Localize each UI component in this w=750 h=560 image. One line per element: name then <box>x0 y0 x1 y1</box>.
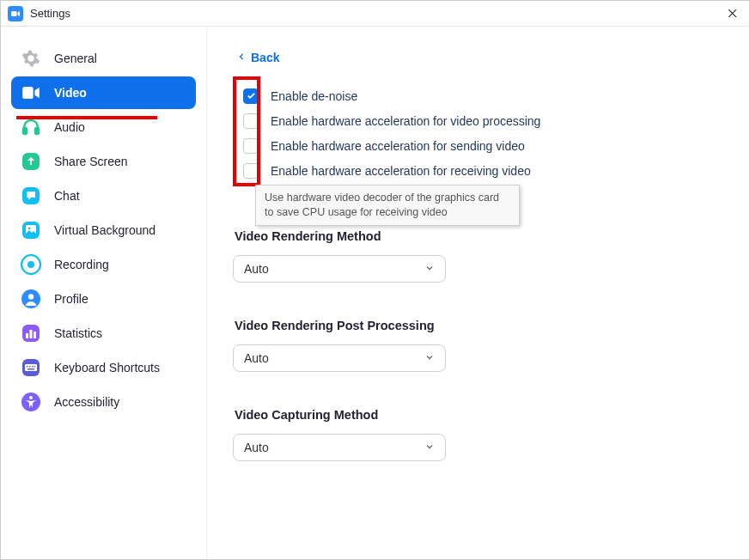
chevron-down-icon <box>424 262 435 276</box>
svg-rect-18 <box>25 364 37 371</box>
speech-icon <box>20 185 42 207</box>
sidebar-item-label: Share Screen <box>54 155 128 168</box>
sidebar-item-video[interactable]: Video <box>11 76 196 109</box>
sidebar-item-keyboard-shortcuts[interactable]: Keyboard Shortcuts <box>11 351 196 384</box>
image-icon <box>20 219 42 241</box>
titlebar: Settings <box>1 1 749 27</box>
back-label: Back <box>251 51 279 64</box>
option-label: Enable hardware acceleration for sending… <box>271 139 525 153</box>
svg-point-25 <box>29 396 33 399</box>
sidebar-item-statistics[interactable]: Statistics <box>11 317 196 350</box>
select-video-capturing-method[interactable]: Auto <box>233 434 446 461</box>
sidebar-item-recording[interactable]: Recording <box>11 248 196 281</box>
sidebar-item-label: Chat <box>54 189 80 203</box>
keyboard-icon <box>20 356 42 379</box>
sidebar: GeneralVideoAudioShare ScreenChatVirtual… <box>1 27 207 560</box>
close-button[interactable] <box>722 3 742 24</box>
tooltip: Use hardware video decoder of the graphi… <box>255 185 520 226</box>
sidebar-item-accessibility[interactable]: Accessibility <box>11 386 196 418</box>
svg-rect-14 <box>26 333 28 338</box>
svg-rect-23 <box>27 368 34 370</box>
sidebar-item-share-screen[interactable]: Share Screen <box>11 145 196 178</box>
sidebar-item-label: Keyboard Shortcuts <box>54 361 160 374</box>
advanced-options: Enable de-noiseEnable hardware accelerat… <box>233 83 749 183</box>
select-video-rendering-post-processing[interactable]: Auto <box>233 344 446 372</box>
option-label: Enable hardware acceleration for receivi… <box>271 164 531 178</box>
option-row: Enable de-noise <box>233 83 749 108</box>
section-title: Video Rendering Method <box>235 229 749 243</box>
sidebar-item-label: General <box>54 52 97 65</box>
option-label: Enable de-noise <box>271 89 357 103</box>
video-icon <box>20 82 42 104</box>
svg-rect-16 <box>34 332 36 338</box>
sidebar-item-label: Profile <box>54 292 88 306</box>
sidebar-item-label: Audio <box>54 120 85 134</box>
tooltip-text: Use hardware video decoder of the graphi… <box>265 192 499 218</box>
section-title: Video Capturing Method <box>235 408 749 422</box>
svg-rect-0 <box>11 11 17 16</box>
option-label: Enable hardware acceleration for video p… <box>271 114 540 128</box>
svg-point-12 <box>28 294 34 299</box>
window-title: Settings <box>30 7 70 20</box>
sidebar-item-label: Statistics <box>54 326 102 340</box>
chevron-down-icon <box>424 351 435 365</box>
svg-rect-2 <box>23 128 27 134</box>
bar-chart-icon <box>20 322 42 344</box>
sidebar-item-chat[interactable]: Chat <box>11 180 196 212</box>
sidebar-item-label: Virtual Background <box>54 223 155 237</box>
svg-rect-22 <box>34 366 36 368</box>
section-title: Video Rendering Post Processing <box>235 319 749 332</box>
select-value: Auto <box>244 441 424 454</box>
sidebar-item-label: Video <box>54 86 87 100</box>
app-icon <box>8 6 23 21</box>
accessibility-icon <box>20 391 42 413</box>
sidebar-item-label: Recording <box>54 258 109 271</box>
svg-rect-19 <box>27 366 28 368</box>
record-icon <box>20 253 42 276</box>
select-value: Auto <box>244 262 424 276</box>
svg-point-8 <box>28 228 31 230</box>
content-panel: Back Enable de-noiseEnable hardware acce… <box>207 27 749 560</box>
option-row: Enable hardware acceleration for video p… <box>233 108 749 133</box>
select-video-rendering-method[interactable]: Auto <box>233 255 446 283</box>
checkbox[interactable] <box>243 138 259 154</box>
sidebar-item-label: Accessibility <box>54 395 119 409</box>
main: GeneralVideoAudioShare ScreenChatVirtual… <box>1 27 749 560</box>
svg-rect-20 <box>29 366 31 368</box>
back-link[interactable]: Back <box>238 51 279 64</box>
svg-rect-15 <box>30 330 33 338</box>
chevron-left-icon <box>238 51 246 64</box>
person-icon <box>20 288 42 310</box>
checkbox[interactable] <box>243 163 259 179</box>
sidebar-item-profile[interactable]: Profile <box>11 283 196 315</box>
sidebar-item-general[interactable]: General <box>11 42 196 75</box>
svg-rect-21 <box>32 366 34 368</box>
option-row: Enable hardware acceleration for sending… <box>233 133 749 158</box>
select-value: Auto <box>244 351 424 365</box>
svg-rect-1 <box>22 87 33 99</box>
chevron-down-icon <box>424 441 435 454</box>
svg-point-10 <box>27 261 34 268</box>
sidebar-item-virtual-background[interactable]: Virtual Background <box>11 214 196 247</box>
checkbox[interactable] <box>243 113 259 129</box>
arrow-up-box-icon <box>20 150 42 173</box>
checkbox[interactable] <box>243 88 259 104</box>
gear-icon <box>20 47 42 70</box>
option-row: Enable hardware acceleration for receivi… <box>233 158 749 183</box>
svg-rect-3 <box>35 128 39 134</box>
annotation-red-underline <box>16 116 157 119</box>
